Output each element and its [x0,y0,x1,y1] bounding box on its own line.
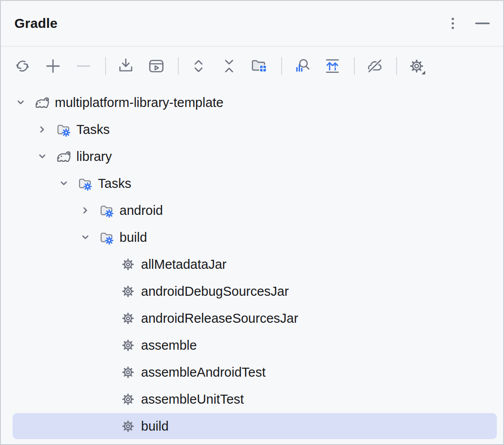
unlink-gradle-project-button[interactable] [74,56,93,76]
chevron-placeholder [100,311,114,325]
download-sources-button[interactable] [116,56,136,76]
tree-row[interactable]: androidReleaseSourcesJar [1,305,503,332]
magnifier-chart-icon [292,56,312,76]
tree-item-label: assembleUnitTest [141,392,244,407]
tree-row[interactable]: build [1,224,503,251]
gradle-task-icon [120,257,136,271]
download-icon [116,56,136,76]
toolbar-separator [396,57,397,75]
double-up-arrows-icon [323,56,342,76]
gradle-task-icon [120,338,136,352]
gradle-elephant-icon [34,95,49,110]
tasks-folder-icon [99,230,114,245]
run-task-icon [146,56,166,76]
gradle-settings-button[interactable] [407,56,427,76]
toolbar-separator [105,57,106,75]
gradle-elephant-icon [56,149,71,164]
tree-item-label: Tasks [76,122,110,137]
gradle-task-icon [120,392,136,406]
tree-item-label: library [76,149,112,164]
tree-row[interactable]: assemble [1,332,503,359]
tree-row[interactable]: Tasks [1,116,503,143]
group-tasks-button[interactable] [250,56,270,76]
reload-gradle-projects-button[interactable] [13,56,32,76]
minus-icon [74,56,93,76]
tree-item-label: allMetadataJar [141,257,226,272]
tool-window-title: Gradle [14,16,57,31]
chevron-placeholder [100,338,114,352]
reload-icon [13,56,32,76]
dependency-analyzer-button[interactable] [292,56,312,76]
chevron-right-icon[interactable] [35,122,49,137]
tree-row[interactable]: library [1,143,503,170]
tree-row[interactable]: assembleUnitTest [1,386,503,413]
tree-item-label: android [119,203,163,218]
tree-item-label: androidDebugSourcesJar [141,284,289,299]
expand-all-icon [189,56,208,76]
toolbar-separator [281,57,282,75]
gradle-task-icon [120,365,136,379]
tree-row[interactable]: build [1,413,503,440]
chevron-down-icon[interactable] [78,230,93,245]
execute-gradle-task-button[interactable] [146,56,166,76]
gradle-task-icon [120,419,136,433]
tree-item-label: build [119,230,147,245]
tree-item-label: androidReleaseSourcesJar [141,311,298,326]
gradle-tool-window: Gradle [0,0,504,445]
kebab-menu-icon [443,13,463,33]
tree-row[interactable]: androidDebugSourcesJar [1,278,503,305]
gradle-task-icon [120,284,136,298]
tree-row[interactable]: android [1,197,503,224]
toolbar-separator [354,57,355,75]
tree-item-label: build [141,419,168,434]
minimize-button[interactable] [473,13,492,33]
chevron-down-icon[interactable] [13,95,28,110]
chevron-placeholder [100,257,114,271]
toolbar-separator [178,57,179,75]
tree-item-label: Tasks [98,176,131,191]
tasks-folder-icon [99,203,114,218]
tree-item-label: multiplatform-library-template [55,95,224,110]
gear-dropdown-icon [407,56,427,76]
minimize-icon [473,13,492,33]
tree-item-label: assemble [141,338,197,353]
options-menu-button[interactable] [443,13,463,33]
link-gradle-project-button[interactable] [43,56,63,76]
chevron-placeholder [100,284,114,298]
chevron-right-icon[interactable] [78,203,93,218]
tree-row[interactable]: multiplatform-library-template [1,89,503,116]
folder-grid-icon [250,56,270,76]
toggle-offline-mode-button[interactable] [365,56,385,76]
publish-button[interactable] [323,56,342,76]
chevron-placeholder [100,392,114,406]
collapse-all-icon [219,56,239,76]
tool-window-header: Gradle [1,1,503,47]
plus-icon [43,56,63,76]
expand-all-button[interactable] [189,56,208,76]
tasks-folder-icon [56,122,71,137]
header-actions [443,13,492,33]
gradle-tree: multiplatform-library-template Tasks lib… [1,85,503,440]
gradle-task-icon [120,311,136,325]
tree-item-label: assembleAndroidTest [141,365,265,380]
chevron-placeholder [100,419,114,433]
chevron-placeholder [100,365,114,379]
gradle-toolbar [1,47,503,85]
chevron-down-icon[interactable] [35,149,49,164]
chevron-down-icon[interactable] [57,176,71,191]
tree-row[interactable]: allMetadataJar [1,251,503,278]
cloud-slash-icon [365,56,385,76]
collapse-all-button[interactable] [219,56,239,76]
tasks-folder-icon [77,176,93,191]
tree-row[interactable]: Tasks [1,170,503,197]
tree-row[interactable]: assembleAndroidTest [1,359,503,386]
